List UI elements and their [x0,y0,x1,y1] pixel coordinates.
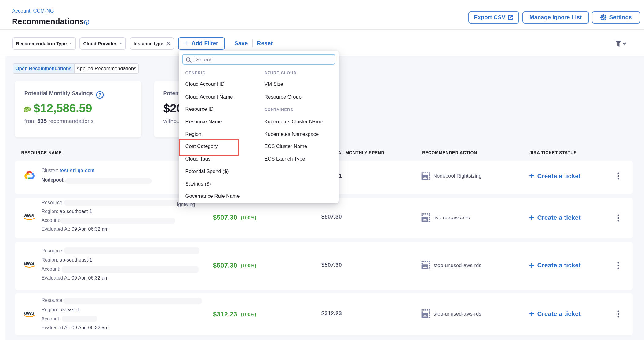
svg-text:?: ? [98,92,101,97]
